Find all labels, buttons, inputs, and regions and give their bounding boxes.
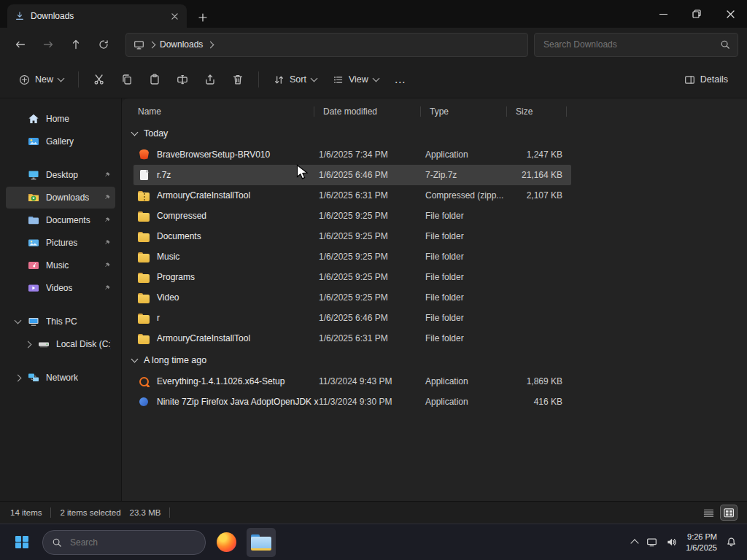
more-options-button[interactable]: … bbox=[387, 67, 414, 92]
file-row[interactable]: r 1/6/2025 6:46 PM File folder bbox=[133, 308, 571, 328]
sidebar-item-this-pc[interactable]: This PC bbox=[6, 311, 115, 332]
details-view-toggle[interactable] bbox=[700, 505, 716, 520]
notification-bell-icon[interactable] bbox=[726, 537, 737, 548]
paste-button[interactable] bbox=[142, 67, 168, 92]
ninite-app-icon bbox=[138, 397, 150, 408]
display-tray-icon[interactable] bbox=[646, 537, 657, 548]
firefox-taskbar-button[interactable] bbox=[212, 528, 241, 557]
up-button[interactable] bbox=[63, 34, 89, 55]
sidebar-item-local-disk-c[interactable]: Local Disk (C:) bbox=[16, 333, 115, 355]
breadcrumb-chevron-icon[interactable] bbox=[208, 39, 213, 50]
sidebar-item-desktop[interactable]: Desktop bbox=[6, 164, 115, 186]
copy-button[interactable] bbox=[114, 67, 140, 92]
breadcrumb-downloads[interactable]: Downloads bbox=[160, 39, 203, 50]
sidebar-item-network[interactable]: Network bbox=[6, 367, 115, 389]
file-list-pane: Name Date modified Type Size Today Brave… bbox=[122, 98, 747, 501]
delete-button[interactable] bbox=[225, 67, 251, 92]
firefox-icon bbox=[217, 532, 236, 552]
windows-logo-icon bbox=[15, 536, 28, 549]
chevron-down-icon bbox=[131, 355, 139, 362]
forward-button[interactable] bbox=[35, 34, 61, 55]
folder-icon bbox=[138, 292, 150, 303]
column-header-size[interactable]: Size bbox=[511, 106, 571, 117]
network-icon bbox=[28, 372, 40, 384]
pin-icon bbox=[104, 194, 111, 201]
window-controls bbox=[646, 0, 747, 28]
large-icons-view-toggle[interactable] bbox=[721, 505, 737, 520]
new-button[interactable]: New bbox=[12, 67, 71, 92]
7z-file-icon bbox=[138, 170, 150, 181]
tab-close-icon[interactable] bbox=[170, 12, 179, 21]
videos-icon bbox=[28, 282, 40, 294]
download-icon bbox=[15, 11, 25, 21]
folder-icon bbox=[138, 252, 150, 262]
taskbar-search-box[interactable] bbox=[42, 530, 206, 555]
sidebar-item-gallery[interactable]: Gallery bbox=[6, 131, 115, 152]
search-box[interactable] bbox=[534, 33, 738, 57]
file-row[interactable]: Compressed 1/6/2025 9:25 PM File folder bbox=[133, 206, 571, 226]
file-row[interactable]: Documents 1/6/2025 9:25 PM File folder bbox=[133, 226, 571, 246]
minimize-button[interactable] bbox=[646, 0, 680, 28]
music-icon bbox=[28, 260, 40, 271]
file-row-selected[interactable]: r.7z 1/6/2025 6:46 PM 7-Zip.7z 21,164 KB bbox=[133, 165, 571, 185]
sidebar-item-videos[interactable]: Videos bbox=[6, 277, 115, 299]
close-button[interactable] bbox=[713, 0, 747, 28]
pin-icon bbox=[104, 217, 111, 224]
group-header-today[interactable]: Today bbox=[132, 122, 747, 144]
chevron-right-icon[interactable] bbox=[23, 342, 32, 347]
taskbar-time: 9:26 PM bbox=[686, 532, 717, 542]
restore-button[interactable] bbox=[680, 0, 713, 28]
refresh-button[interactable] bbox=[90, 34, 117, 55]
navigation-pane: Home Gallery Desktop bbox=[0, 98, 122, 501]
tab-bar: Downloads bbox=[0, 0, 747, 28]
address-bar[interactable]: Downloads bbox=[125, 33, 528, 57]
volume-tray-icon[interactable] bbox=[666, 537, 677, 548]
taskbar-search-input[interactable] bbox=[69, 537, 159, 548]
back-button[interactable] bbox=[7, 34, 34, 55]
folder-icon bbox=[138, 231, 150, 242]
file-row[interactable]: Ninite 7Zip Firefox Java AdoptOpenJDK x.… bbox=[133, 392, 571, 412]
chevron-right-icon[interactable] bbox=[13, 376, 22, 381]
file-row[interactable]: BraveBrowserSetup-BRV010 1/6/2025 7:34 P… bbox=[133, 144, 571, 165]
tray-expand-chevron-icon[interactable] bbox=[631, 539, 639, 547]
cut-button[interactable] bbox=[86, 67, 112, 92]
file-row[interactable]: Music 1/6/2025 9:25 PM File folder bbox=[133, 246, 571, 267]
share-button[interactable] bbox=[197, 67, 223, 92]
rename-button[interactable] bbox=[169, 67, 196, 92]
gallery-icon bbox=[28, 136, 40, 147]
group-header-a-long-time-ago[interactable]: A long time ago bbox=[132, 349, 747, 371]
column-header-name[interactable]: Name bbox=[133, 106, 319, 117]
taskbar-clock[interactable]: 9:26 PM 1/6/2025 bbox=[686, 532, 717, 553]
sidebar-item-music[interactable]: Music bbox=[6, 254, 115, 276]
file-row[interactable]: Programs 1/6/2025 9:25 PM File folder bbox=[133, 267, 571, 287]
start-button[interactable] bbox=[7, 528, 36, 557]
search-icon bbox=[52, 537, 62, 548]
search-input[interactable] bbox=[542, 39, 684, 50]
desktop-screen: Downloads bbox=[0, 0, 747, 560]
documents-icon bbox=[28, 214, 40, 226]
sidebar-item-pictures[interactable]: Pictures bbox=[6, 232, 115, 254]
details-pane-button[interactable]: Details bbox=[677, 67, 735, 92]
taskbar-date: 1/6/2025 bbox=[686, 542, 717, 553]
status-bar: 14 items 2 items selected 23.3 MB bbox=[0, 501, 747, 524]
file-row[interactable]: ArmouryCrateInstallTool 1/6/2025 6:31 PM… bbox=[133, 185, 571, 206]
this-pc-icon bbox=[28, 316, 40, 327]
chevron-down-icon bbox=[131, 128, 139, 136]
file-row[interactable]: Everything-1.4.1.1026.x64-Setup 11/3/202… bbox=[133, 371, 571, 392]
new-tab-button[interactable] bbox=[198, 13, 207, 22]
sidebar-item-documents[interactable]: Documents bbox=[6, 209, 115, 231]
file-explorer-taskbar-button[interactable] bbox=[247, 528, 276, 557]
file-row[interactable]: ArmouryCrateInstallTool 1/6/2025 6:31 PM… bbox=[133, 328, 571, 349]
column-header-type[interactable]: Type bbox=[425, 106, 511, 117]
sidebar-item-home[interactable]: Home bbox=[6, 108, 115, 130]
view-button[interactable]: View bbox=[325, 67, 386, 92]
tab-downloads[interactable]: Downloads bbox=[7, 4, 187, 28]
folder-icon bbox=[138, 272, 150, 283]
sidebar-item-downloads[interactable]: Downloads bbox=[6, 187, 115, 209]
file-row[interactable]: Video 1/6/2025 9:25 PM File folder bbox=[133, 287, 571, 308]
column-header-date-modified[interactable]: Date modified bbox=[319, 106, 425, 117]
chevron-down-icon[interactable] bbox=[13, 320, 22, 323]
folder-icon bbox=[138, 333, 150, 344]
folder-icon bbox=[138, 313, 150, 324]
sort-button[interactable]: Sort bbox=[266, 67, 324, 92]
